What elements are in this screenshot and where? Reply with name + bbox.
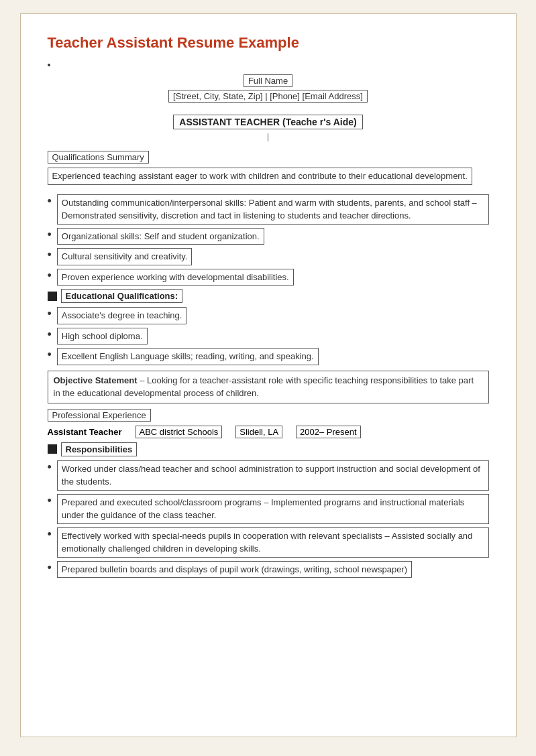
edu-qualifications-heading: Educational Qualifications: <box>48 289 489 303</box>
responsibilities-heading: Responsibilities <box>48 442 489 456</box>
qualifications-section: Qualifications Summary Experienced teach… <box>48 151 489 365</box>
qualifications-heading: Qualifications Summary <box>48 151 149 164</box>
exp-location: Slidell, LA <box>235 426 282 438</box>
edu-bullet-text: Associate's degree in teaching. <box>57 307 187 324</box>
list-item: Prepared and executed school/classroom p… <box>48 494 489 524</box>
professional-experience-heading: Professional Experience <box>48 409 151 422</box>
exp-company-info: ABC district Schools Slidell, LA 2002– P… <box>136 426 489 438</box>
address-field: [Street, City, State, Zip] | [Phone] [Em… <box>168 90 368 103</box>
dot-decoration <box>48 64 50 66</box>
bullet-text: Cultural sensitivity and creativity. <box>57 248 193 265</box>
black-square-icon-2 <box>48 444 57 454</box>
edu-bullet-text: High school diploma. <box>57 328 148 345</box>
list-item: Cultural sensitivity and creativity. <box>48 248 489 265</box>
objective-block: Objective Statement – Looking for a teac… <box>48 371 489 403</box>
bullet-text: Outstanding communication/interpersonal … <box>57 194 489 225</box>
objective-section: Objective Statement – Looking for a teac… <box>48 371 489 403</box>
responsibility-text: Effectively worked with special-needs pu… <box>57 527 489 558</box>
list-item: High school diploma. <box>48 328 489 345</box>
list-item: Effectively worked with special-needs pu… <box>48 527 489 558</box>
exp-dates: 2002– Present <box>296 426 361 438</box>
list-item: Organizational skills: Self and student … <box>48 228 489 245</box>
objective-label: Objective Statement <box>54 375 138 385</box>
resume-page: Teacher Assistant Resume Example Full Na… <box>20 13 517 737</box>
bullet-text: Organizational skills: Self and student … <box>57 228 264 245</box>
qualifications-intro: Experienced teaching assistant eager to … <box>48 168 472 185</box>
list-item: Proven experience working with developme… <box>48 269 489 286</box>
edu-bullet-text: Excellent English Language skills; readi… <box>57 348 319 365</box>
responsibility-text: Worked under class/head teacher and scho… <box>57 460 489 491</box>
experience-header: Assistant Teacher ABC district Schools S… <box>48 426 489 438</box>
bullet-text: Proven experience working with developme… <box>57 269 294 286</box>
responsibility-text: Prepared and executed school/classroom p… <box>57 494 489 524</box>
responsibility-text: Prepared bulletin boards and displays of… <box>57 561 412 578</box>
list-item: Outstanding communication/interpersonal … <box>48 194 489 225</box>
job-title-block: ASSISTANT TEACHER (Teache r's Aide) | <box>48 115 489 141</box>
cursor-indicator: | <box>48 132 489 141</box>
list-item: Excellent English Language skills; readi… <box>48 348 489 365</box>
list-item: Associate's degree in teaching. <box>48 307 489 324</box>
responsibilities-list: Worked under class/head teacher and scho… <box>48 460 489 578</box>
black-square-icon <box>48 292 57 301</box>
edu-bullets: Associate's degree in teaching. High sch… <box>48 307 489 365</box>
list-item: Prepared bulletin boards and displays of… <box>48 561 489 578</box>
header-block: Full Name [Street, City, State, Zip] | [… <box>48 74 489 103</box>
page-title: Teacher Assistant Resume Example <box>48 34 489 52</box>
professional-experience-section: Professional Experience Assistant Teache… <box>48 409 489 578</box>
edu-heading-text: Educational Qualifications: <box>61 289 183 303</box>
full-name-field: Full Name <box>244 74 292 87</box>
qualifications-bullets: Outstanding communication/interpersonal … <box>48 194 489 286</box>
responsibilities-heading-text: Responsibilities <box>61 442 138 456</box>
job-title: ASSISTANT TEACHER (Teache r's Aide) <box>173 115 362 129</box>
list-item: Worked under class/head teacher and scho… <box>48 460 489 491</box>
exp-job-title: Assistant Teacher <box>48 427 122 437</box>
exp-company: ABC district Schools <box>136 426 223 438</box>
